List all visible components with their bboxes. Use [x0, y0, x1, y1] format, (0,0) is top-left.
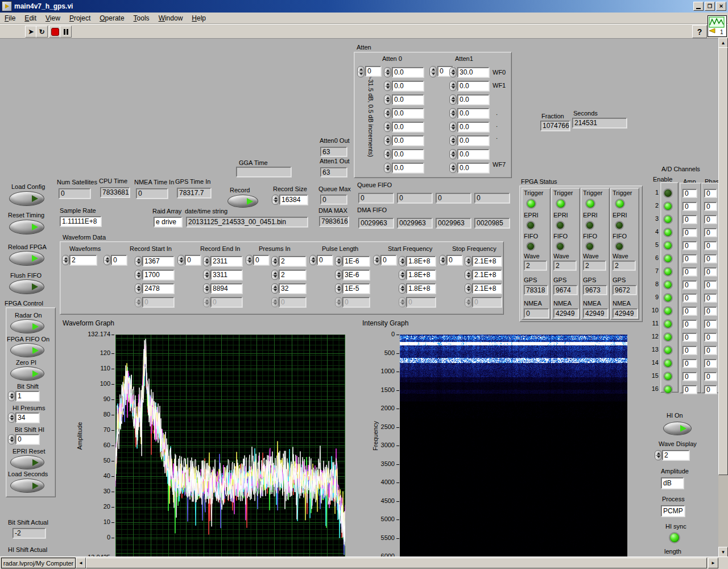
channel-phase-input[interactable]: 0: [704, 307, 717, 315]
menu-tools[interactable]: Tools: [129, 14, 154, 23]
channel-phase-input[interactable]: 0: [704, 385, 717, 394]
stop-frequency-value[interactable]: 2.1E+8: [472, 283, 502, 294]
menu-file[interactable]: File: [0, 14, 20, 23]
start-frequency-spinner[interactable]: [399, 256, 406, 266]
amplitude-select[interactable]: dB: [661, 477, 684, 489]
close-button[interactable]: ✕: [716, 2, 726, 11]
channel-enable-led[interactable]: [663, 241, 673, 250]
abort-button[interactable]: [49, 26, 61, 38]
context-help-button[interactable]: ?: [692, 25, 707, 38]
record-end-in-value[interactable]: 2311: [210, 256, 242, 266]
atten1-row-spinner[interactable]: [449, 81, 457, 91]
bit-shift-hi-input[interactable]: 0: [15, 434, 39, 444]
record-size-spinner[interactable]: [272, 195, 279, 205]
pulse-length-index[interactable]: 0: [317, 255, 333, 265]
epri-reset-toggle[interactable]: [10, 455, 44, 469]
atten0-value[interactable]: 0.0: [392, 149, 424, 159]
atten0-row-spinner[interactable]: [384, 94, 391, 105]
pulse-length-value[interactable]: 1E-5: [342, 283, 370, 294]
vi-icon[interactable]: 1: [708, 15, 727, 37]
pulse-length-spinner[interactable]: [335, 270, 342, 280]
start-frequency-value[interactable]: 1.8E+8: [406, 283, 436, 294]
channel-amp-input[interactable]: 0: [682, 320, 697, 328]
atten0-index-spinner[interactable]: [357, 66, 365, 77]
atten0-value[interactable]: 0.0: [392, 81, 424, 91]
start-frequency-value[interactable]: 1.8E+8: [406, 256, 436, 266]
channel-amp-input[interactable]: 0: [682, 254, 697, 263]
channel-phase-input[interactable]: 0: [704, 372, 717, 381]
menu-window[interactable]: Window: [154, 14, 188, 23]
presums-in-spinner[interactable]: [271, 297, 279, 307]
atten1-row-spinner[interactable]: [449, 163, 457, 173]
presums-in-spinner[interactable]: [271, 256, 279, 266]
atten0-row-spinner[interactable]: [384, 163, 391, 173]
channel-amp-input[interactable]: 0: [682, 241, 697, 250]
atten0-row-spinner[interactable]: [384, 135, 391, 146]
stop-frequency-index-spinner[interactable]: [439, 255, 446, 265]
zero-pi-toggle[interactable]: [10, 366, 44, 381]
presums-in-spinner[interactable]: [271, 270, 279, 280]
pulse-length-value[interactable]: 1E-6: [342, 256, 370, 266]
atten0-row-spinner[interactable]: [384, 67, 391, 77]
run-continuous-button[interactable]: ↻: [36, 26, 48, 38]
record-start-in-spinner[interactable]: [135, 256, 142, 266]
wave-display-input[interactable]: 2: [662, 450, 689, 460]
channel-enable-led[interactable]: [663, 267, 673, 277]
pulse-length-spinner[interactable]: [335, 256, 342, 266]
minimize-button[interactable]: [693, 2, 704, 11]
channel-enable-led[interactable]: [663, 319, 673, 329]
record-start-in-spinner[interactable]: [135, 283, 142, 294]
channel-amp-input[interactable]: 0: [682, 281, 697, 289]
scroll-up-button[interactable]: ▲: [718, 38, 728, 48]
process-select[interactable]: PCMP: [661, 505, 685, 517]
record-start-in-index[interactable]: 0: [111, 255, 127, 265]
raid-array-input[interactable]: e drive: [154, 217, 182, 227]
stop-frequency-value[interactable]: 2.1E+8: [472, 256, 502, 266]
atten0-value[interactable]: 0.0: [392, 163, 424, 173]
atten1-index-spinner[interactable]: [429, 66, 437, 77]
menu-help[interactable]: Help: [187, 14, 210, 23]
stop-frequency-index[interactable]: 0: [446, 255, 462, 265]
scroll-left-button[interactable]: ◄: [76, 558, 86, 568]
stop-frequency-spinner[interactable]: [465, 297, 472, 307]
pulse-length-spinner[interactable]: [335, 297, 342, 307]
record-start-in-spinner[interactable]: [135, 270, 142, 280]
record-end-in-spinner[interactable]: [203, 256, 210, 266]
load-config-toggle[interactable]: [9, 191, 44, 206]
atten1-value[interactable]: 0.0: [457, 135, 489, 146]
bit-shift-input[interactable]: 1: [15, 391, 39, 401]
channel-enable-led[interactable]: [663, 254, 673, 263]
channel-enable-led[interactable]: [663, 201, 673, 211]
stop-frequency-spinner[interactable]: [465, 283, 472, 294]
record-end-in-spinner[interactable]: [203, 283, 210, 294]
stop-frequency-spinner[interactable]: [465, 270, 472, 280]
pulse-length-spinner[interactable]: [335, 283, 342, 294]
pulse-length-value[interactable]: 3E-6: [342, 270, 370, 280]
atten1-value[interactable]: 0.0: [457, 108, 489, 118]
channel-phase-input[interactable]: 0: [704, 359, 717, 368]
channel-enable-led[interactable]: [663, 188, 673, 198]
reload-fpga-toggle[interactable]: [9, 251, 44, 266]
title-bar[interactable]: main4v7_h_gps.vi ❐ ✕: [0, 0, 728, 13]
load-seconds-toggle[interactable]: [10, 479, 44, 493]
record-end-in-value[interactable]: 8894: [210, 283, 242, 294]
channel-phase-input[interactable]: 0: [704, 346, 717, 354]
atten0-value[interactable]: 0.0: [392, 108, 424, 118]
channel-enable-led[interactable]: [663, 306, 673, 316]
hi-on-toggle[interactable]: [663, 422, 692, 435]
record-start-in-value[interactable]: 1700: [142, 270, 174, 280]
menu-operate[interactable]: Operate: [95, 14, 129, 23]
atten1-row-spinner[interactable]: [449, 94, 457, 105]
record-start-in-spinner[interactable]: [135, 297, 142, 307]
channel-enable-led[interactable]: [663, 293, 673, 303]
waveforms-input[interactable]: 2: [69, 255, 97, 265]
horizontal-scroll-thumb[interactable]: [86, 558, 707, 568]
start-frequency-index-spinner[interactable]: [373, 255, 380, 265]
channel-enable-led[interactable]: [663, 228, 673, 237]
atten0-value[interactable]: 0.0: [392, 135, 424, 146]
stop-frequency-spinner[interactable]: [465, 256, 472, 266]
menu-edit[interactable]: Edit: [20, 14, 41, 23]
record-toggle[interactable]: [228, 195, 258, 208]
atten1-row-spinner[interactable]: [449, 122, 457, 132]
wave-display-spinner[interactable]: [655, 450, 662, 460]
